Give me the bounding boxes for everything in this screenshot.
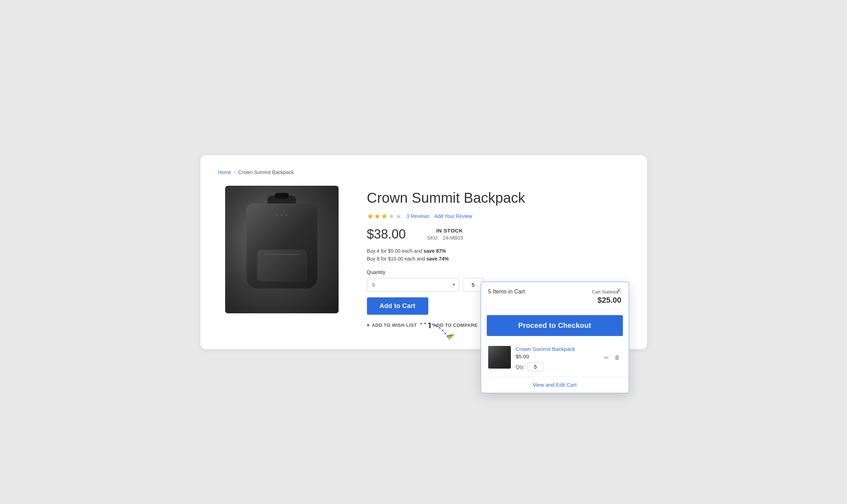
cart-item-qty-input[interactable]: [528, 362, 543, 371]
view-edit-cart-link[interactable]: View and Edit Cart: [481, 377, 629, 393]
star-2: ★: [374, 212, 380, 220]
cart-item: Crown Summit Backpack $5.00 Qty: ✏ 🗑: [481, 341, 629, 377]
cart-item-name-link[interactable]: Crown Summit Backpack: [516, 346, 598, 352]
add-to-wish-list-button[interactable]: ♥ ADD TO WISH LIST: [367, 323, 417, 328]
product-layout: Crown Summit Backpack ★ ★ ★ ★ ★ 3 Review…: [218, 186, 629, 328]
reviews-count-link[interactable]: 3 Reviews: [407, 213, 430, 219]
cart-item-edit-button[interactable]: ✏: [603, 353, 610, 363]
breadcrumb: Home › Crown Summit Backpack: [218, 169, 629, 175]
quantity-select-wrapper: Input Quantity 1 2 3 4 5 ▾: [367, 278, 459, 292]
cart-item-actions: ✏ 🗑: [603, 346, 622, 363]
backpack-handle: [275, 193, 289, 198]
pencil-icon: ✏: [604, 355, 609, 361]
stock-status: IN STOCK: [427, 228, 463, 234]
product-image-section: [218, 186, 346, 313]
backpack-body: [246, 203, 317, 289]
breadcrumb-home-link[interactable]: Home: [218, 169, 231, 175]
star-3: ★: [381, 212, 388, 220]
stock-info: IN STOCK SKU: 24-MB03: [427, 228, 463, 241]
sku-value: 24-MB03: [443, 235, 463, 241]
star-5: ★: [395, 212, 402, 220]
svg-marker-0: [447, 332, 456, 340]
backpack-dot: [285, 214, 287, 216]
backpack-dots: [276, 214, 287, 216]
product-title: Crown Summit Backpack: [367, 189, 629, 206]
add-review-link[interactable]: Add Your Review: [434, 213, 472, 219]
price-stock-row: $38.00 IN STOCK SKU: 24-MB03: [367, 227, 629, 242]
star-4: ★: [388, 212, 395, 220]
sku-row: SKU: 24-MB03: [427, 235, 463, 241]
sku-label: SKU:: [427, 235, 439, 241]
product-image: [225, 186, 339, 313]
cart-item-price: $5.00: [516, 353, 598, 359]
backpack-pocket: [257, 250, 307, 281]
bar-chart-icon: ▐: [428, 323, 431, 328]
backpack-dot: [276, 214, 278, 216]
quantity-label: Quantity: [367, 269, 629, 275]
backpack-zipper: [264, 254, 300, 255]
cart-item-qty-row: Qty:: [516, 362, 598, 371]
trash-icon: 🗑: [614, 354, 620, 360]
deal-line-2: Buy 8 for $10.00 each and save 74%: [367, 256, 629, 262]
page-container: Home › Crown Summit Backpack: [200, 155, 647, 349]
quantity-select[interactable]: Input Quantity 1 2 3 4 5: [367, 278, 459, 292]
add-to-cart-button[interactable]: Add to Cart: [367, 297, 428, 315]
cart-item-details: Crown Summit Backpack $5.00 Qty:: [516, 346, 598, 371]
svg-line-2: [448, 336, 452, 340]
cart-subtotal-amount: $25.00: [592, 296, 621, 305]
cart-item-qty-label: Qty:: [516, 364, 525, 370]
cart-item-delete-button[interactable]: 🗑: [613, 353, 622, 362]
cart-item-image: [488, 346, 511, 369]
product-price: $38.00: [367, 227, 406, 242]
star-1: ★: [367, 212, 373, 220]
breadcrumb-current: Crown Summit Backpack: [238, 169, 294, 175]
compare-label: ADD TO COMPARE: [433, 323, 478, 328]
breadcrumb-separator: ›: [234, 170, 235, 175]
rating-row: ★ ★ ★ ★ ★ 3 Reviews Add Your Review: [367, 212, 629, 220]
stars: ★ ★ ★ ★ ★: [367, 212, 402, 220]
deals-section: Buy 4 for $5.00 each and save 87% Buy 8 …: [367, 248, 629, 262]
cart-close-button[interactable]: ✕: [614, 286, 624, 294]
cart-dropdown: ✕ 5 Items in Cart Cart Subtotal : $25.00…: [480, 281, 629, 393]
heart-icon: ♥: [367, 323, 370, 328]
add-to-compare-button[interactable]: ▐ ADD TO COMPARE: [428, 323, 478, 328]
backpack-dot: [281, 214, 283, 216]
svg-marker-1: [447, 332, 454, 338]
cart-items-count: 5 Items in Cart: [488, 289, 525, 295]
proceed-to-checkout-button[interactable]: Proceed to Checkout: [487, 315, 623, 336]
deal-line-1: Buy 4 for $5.00 each and save 87%: [367, 248, 629, 254]
wish-list-label: ADD TO WISH LIST: [372, 323, 417, 328]
cart-dropdown-header: 5 Items in Cart Cart Subtotal : $25.00: [481, 282, 629, 310]
